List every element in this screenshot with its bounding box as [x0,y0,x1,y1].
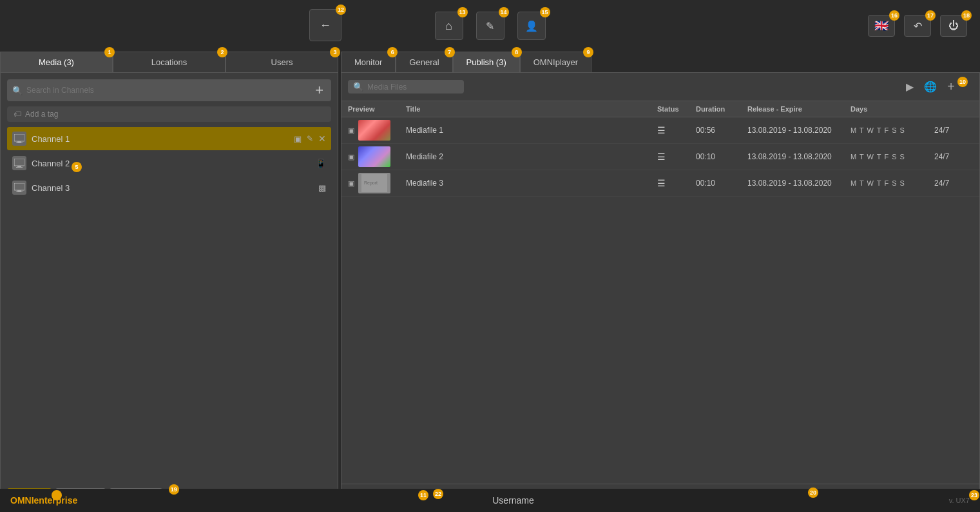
tab-omniplayer[interactable]: OMNIplayer 9 [520,52,591,72]
edit-icon[interactable]: ✎ [307,134,313,143]
user-icon: 👤 [525,20,538,32]
channel-3-icon [12,181,26,195]
power-icon: ⏻ [948,20,959,32]
channel-search-input[interactable] [26,86,312,95]
right-panel-wrapper: Monitor 6 General 7 Publish (3) 8 OMNIpl… [338,52,980,512]
power-button[interactable]: ⏻ 18 [940,15,967,37]
thumb-3: Report [358,173,390,193]
table-row[interactable]: ▣ Report Mediafile 3 ☰ 00:10 13.08.2019 … [341,170,979,197]
tab-users[interactable]: Users 3 [226,52,338,72]
table-row[interactable]: ▣ Mediafile 1 ☰ 00:56 13.08.2019 - 13.08… [341,117,979,144]
table-header: Preview Title Status Duration Release - … [341,101,979,117]
back-badge: 12 [336,5,346,15]
arrow-badge: 17 [925,10,936,21]
top-bar: ← 12 ⌂ 13 ✎ 14 👤 15 🇬🇧 16 ↶ 17 ⏻ 18 [0,0,980,52]
bottom-status-bar: OMNIenterprise 21 Username v. UX7 [0,489,980,512]
release-expire-3: 13.08.2019 - 13.08.2020 [747,179,850,188]
left-tab-bar: Media (3) 1 Locations 2 Users 3 [0,52,338,72]
channel-2-icon [12,156,26,170]
table-row[interactable]: ▣ Mediafile 2 ☰ 00:10 13.08.2019 - 13.08… [341,144,979,170]
channel-item[interactable]: Channel 1 ▣ ✎ ✕ [7,127,331,150]
back-arrow-button[interactable]: ↶ 17 [904,15,931,37]
home-icon: ⌂ [445,19,452,33]
globe-button[interactable]: 🌐 [921,79,939,94]
tab-monitor[interactable]: Monitor 6 [341,52,396,72]
channel-2-actions: 📱 [316,159,326,168]
edit-badge: 14 [499,7,509,17]
days-1: M T W T F S S [850,126,934,134]
days-2: M T W T F S S [850,153,934,161]
row-icon-2: ▣ [348,153,354,161]
tab-users-label: Users [271,57,293,67]
add-media-button[interactable]: + [945,78,957,95]
media-search-input[interactable] [367,83,459,92]
col-title: Title [406,105,657,113]
edit-button[interactable]: ✎ 14 [476,12,504,40]
tag-bar[interactable]: 🏷 Add a tag [7,106,331,122]
version-label: v. UX7 [949,497,970,504]
right-content: 🔍 ▶ 🌐 + 10 Preview Title Status Dura [341,72,980,512]
svg-rect-5 [16,167,23,168]
channel-1-name: Channel 1 [32,134,294,144]
tab-publish[interactable]: Publish (3) 8 [453,52,520,72]
time-3: 24/7 [934,179,973,188]
right-panel: Monitor 6 General 7 Publish (3) 8 OMNIpl… [338,52,980,512]
tab-locations[interactable]: Locations 2 [113,52,226,72]
back-arrow-icon: ↶ [914,20,922,32]
col-days: Days [850,105,934,113]
time-1: 24/7 [934,126,973,135]
col-duration: Duration [696,105,747,113]
main-layout: Media (3) 1 Locations 2 Users 3 🔍 + 🏷 [0,52,980,512]
media-search-bar[interactable]: 🔍 [348,80,464,94]
mobile-icon: 📱 [316,159,326,168]
monitor-icon: ▣ [294,134,302,144]
media-search-icon: 🔍 [353,82,363,92]
home-button[interactable]: ⌂ 13 [435,12,463,40]
release-expire-2: 13.08.2019 - 13.08.2020 [747,152,850,161]
home-badge: 13 [457,7,468,17]
user-button[interactable]: 👤 15 [517,12,546,40]
channel-3-name: Channel 3 [32,183,318,193]
right-toolbar: 🔍 ▶ 🌐 + 10 [341,73,979,101]
svg-rect-0 [14,134,24,141]
tag-placeholder: Add a tag [25,110,58,119]
media-table: ▣ Mediafile 1 ☰ 00:56 13.08.2019 - 13.08… [341,117,979,484]
svg-rect-1 [17,141,21,143]
row-icon-1: ▣ [348,126,354,135]
close-icon[interactable]: ✕ [318,133,326,144]
preview-cell-3: ▣ Report [348,173,406,193]
tag-icon: 🏷 [14,110,21,119]
back-button[interactable]: ← 12 [309,9,341,41]
col-release-expire: Release - Expire [747,105,850,113]
svg-rect-2 [16,143,23,143]
svg-text:Report: Report [364,181,378,186]
app-logo: OMNIenterprise 21 [10,495,77,506]
channel-item[interactable]: Channel 3 ▩ [7,176,331,199]
youtube-button[interactable]: ▶ [903,79,916,94]
duration-3: 00:10 [696,179,747,188]
channel-1-icon [12,132,26,146]
status-1: ☰ [657,125,696,135]
channel-2-name: Channel 2 [32,159,316,168]
status-3: ☰ [657,178,696,188]
svg-rect-4 [17,166,21,167]
channel-list: Channel 1 ▣ ✎ ✕ Channel 2 📱 [7,127,331,483]
tab-media[interactable]: Media (3) 1 [0,52,113,72]
duration-2: 00:10 [696,152,747,161]
channel-item[interactable]: Channel 2 📱 [7,152,331,175]
language-button[interactable]: 🇬🇧 16 [868,15,895,37]
user-badge: 15 [540,7,550,17]
left-content: 🔍 + 🏷 Add a tag Channel 1 ▣ [0,72,338,512]
tab-omniplayer-label: OMNIplayer [533,57,578,67]
channel-search-bar[interactable]: 🔍 + [7,79,331,101]
logo-text-omni: OMNIenterprise [10,495,77,506]
toolbar-badge: 10 [957,77,968,87]
tab-general[interactable]: General 7 [396,52,452,72]
toolbar-right: ▶ 🌐 + 10 [903,78,973,95]
add-channel-button[interactable]: + [312,82,326,99]
title-2: Mediafile 2 [406,152,657,161]
username: Username [492,495,534,506]
flag-badge: 16 [889,10,899,21]
thumb-1 [358,120,390,141]
row-icon-3: ▣ [348,179,354,188]
